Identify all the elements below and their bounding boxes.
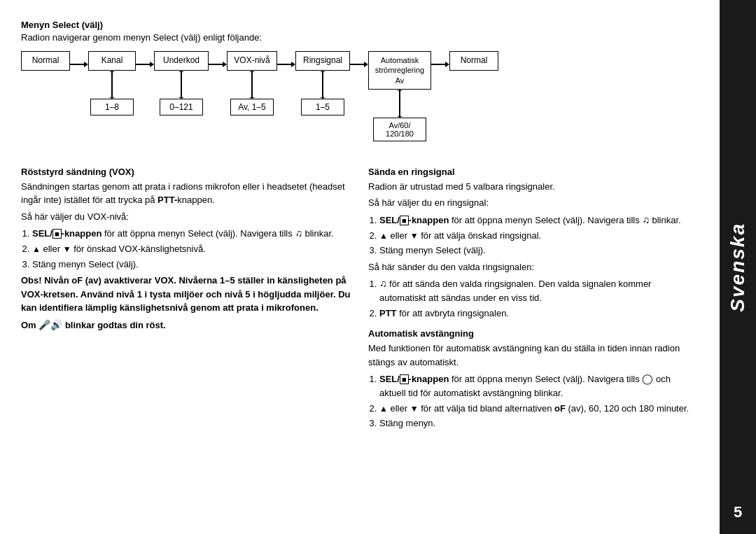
ring-step-2: ▲ eller ▼ för att välja önskad ringsigna… — [379, 229, 699, 243]
main-content: Menyn Select (välj) Radion navigerar gen… — [0, 0, 720, 534]
flow-node-ringsignal: Ringsignal 1–5 — [295, 51, 350, 141]
flow-node-underkod: Underkod 0–121 — [154, 51, 209, 141]
flow-node-vox: VOX-nivå Av, 1–5 — [227, 51, 277, 141]
vox-para2: Så här väljer du VOX-nivå: — [21, 210, 351, 224]
ring-send-step-1: ♫ för att sända den valda ringsignalen. … — [379, 276, 699, 305]
ringsignal-title: Sända en ringsignal — [368, 167, 699, 177]
flow-sub-vox: Av, 1–5 — [230, 99, 274, 115]
ringsignal-para1: Radion är utrustad med 5 valbara ringsig… — [368, 180, 699, 194]
auto-step-2: ▲ eller ▼ för att välja tid bland altern… — [379, 402, 699, 416]
ringsignal-steps-select: SEL/■-knappen för att öppna menyn Select… — [368, 213, 699, 258]
auto-off-title: Automatisk avstängning — [368, 328, 699, 339]
auto-step-3: Stäng menyn. — [379, 416, 699, 430]
vox-step-2: ▲ eller ▼ för önskad VOX-känslighetsnivå… — [32, 242, 351, 256]
page-number: 5 — [720, 503, 756, 521]
ringsignal-section: Sända en ringsignal Radion är utrustad m… — [368, 167, 699, 321]
arrow-4 — [277, 51, 295, 141]
menyn-select-title: Menyn Select (välj) — [21, 20, 699, 30]
flow-sub-ringsignal: 1–5 — [301, 99, 344, 115]
flow-box-vox: VOX-nivå — [227, 51, 277, 71]
flow-diagram: Normal Kanal 1–8 — [21, 51, 699, 141]
ring-step-3: Stäng menyn Select (välj). — [379, 244, 699, 258]
flow-node-kanal: Kanal 1–8 — [88, 51, 136, 141]
svg-marker-17 — [320, 71, 326, 72]
arrow-5 — [350, 51, 368, 141]
side-tab-text: Svenska — [727, 223, 749, 312]
col-left: Röststyrd sändning (VOX) Sändningen star… — [21, 167, 351, 520]
side-tab: Svenska 5 — [720, 0, 756, 534]
svg-marker-2 — [109, 71, 115, 72]
flow-sub-auto: Av/60/120/180 — [373, 118, 426, 141]
vox-title: Röststyrd sändning (VOX) — [21, 167, 351, 177]
ring-step-1: SEL/■-knappen för att öppna menyn Select… — [379, 213, 699, 227]
ring-send-step-2: PTT för att avbryta ringsignalen. — [379, 307, 699, 321]
flow-node-normal-right: Normal — [449, 51, 498, 141]
flow-box-normal-right: Normal — [449, 51, 498, 71]
auto-step-1: SEL/■-knappen för att öppna menyn Select… — [379, 372, 699, 400]
flow-sub-underkod: 0–121 — [160, 99, 203, 115]
vox-note: Om 🎤🔊 blinkar godtas din röst. — [21, 318, 351, 332]
flow-box-auto: AutomatiskströmregleringAv — [368, 51, 431, 90]
col-right: Sända en ringsignal Radion är utrustad m… — [368, 167, 699, 520]
auto-off-section: Automatisk avstängning Med funktionen fö… — [368, 328, 699, 430]
arrow-6 — [431, 51, 449, 141]
arrow-3 — [209, 51, 227, 141]
svg-marker-22 — [397, 90, 402, 91]
vox-step-1: SEL/■-knappen för att öppna menyn Select… — [32, 226, 351, 241]
vox-step-3: Stäng menyn Select (välj). — [32, 258, 351, 272]
two-col-layout: Röststyrd sändning (VOX) Sändningen star… — [21, 167, 699, 520]
ringsignal-steps-send: ♫ för att sända den valda ringsignalen. … — [368, 276, 699, 320]
flow-box-ringsignal: Ringsignal — [295, 51, 350, 71]
flow-box-normal-left: Normal — [21, 51, 70, 71]
flow-box-underkod: Underkod — [154, 51, 209, 71]
ringsignal-para2: Så här väljer du en ringsignal: — [368, 196, 699, 210]
vox-steps: SEL/■-knappen för att öppna menyn Select… — [21, 226, 351, 271]
flow-node-normal-left: Normal — [21, 51, 70, 141]
auto-off-steps: SEL/■-knappen för att öppna menyn Select… — [368, 372, 699, 430]
flow-sub-kanal: 1–8 — [90, 99, 134, 115]
ringsignal-para3: Så här sänder du den valda ringsignalen: — [368, 260, 699, 274]
flow-box-kanal: Kanal — [88, 51, 136, 71]
menyn-select-section: Menyn Select (välj) Radion navigerar gen… — [21, 20, 699, 151]
flow-node-auto: AutomatiskströmregleringAv Av/60/120/180 — [368, 51, 431, 141]
arrow-1 — [70, 51, 88, 141]
page-container: Menyn Select (välj) Radion navigerar gen… — [0, 0, 756, 534]
menyn-select-intro: Radion navigerar genom menyn Select (väl… — [21, 32, 699, 43]
vox-warning: Obs! Nivån oF (av) avaktiverar VOX. Nivå… — [21, 274, 351, 315]
auto-off-para1: Med funktionen för automatisk avstängnin… — [368, 342, 699, 369]
vox-section: Röststyrd sändning (VOX) Sändningen star… — [21, 167, 351, 332]
svg-marker-7 — [178, 71, 184, 72]
svg-marker-12 — [249, 71, 255, 72]
arrow-2 — [136, 51, 154, 141]
vox-para1: Sändningen startas genom att prata i rad… — [21, 180, 351, 207]
